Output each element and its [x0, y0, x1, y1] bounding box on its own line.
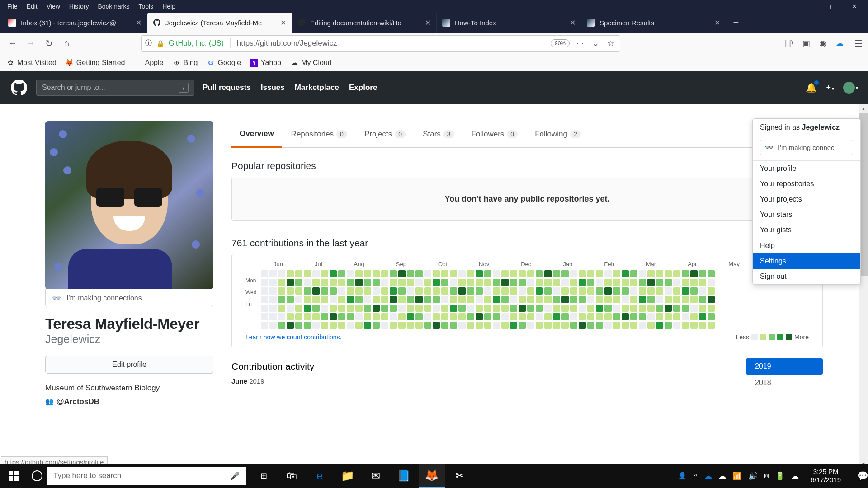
action-center-icon[interactable]: 💬 [853, 470, 865, 481]
close-icon[interactable]: ✕ [570, 19, 576, 27]
new-tab-button[interactable]: + [726, 13, 746, 33]
volume-tray-icon[interactable]: 🔊 [748, 471, 758, 481]
dropbox-tray-icon[interactable]: ⧈ [764, 471, 769, 481]
github-logo[interactable] [10, 79, 28, 97]
tab-overview[interactable]: Overview [231, 121, 282, 148]
menu-help[interactable]: Help [753, 238, 860, 253]
menu-your-profile[interactable]: Your profile [753, 161, 860, 176]
profile-org[interactable]: 👥@ArctosDB [45, 397, 213, 406]
nav-issues[interactable]: Issues [261, 83, 285, 92]
window-minimize[interactable]: — [807, 3, 816, 10]
taskbar-store[interactable]: 🛍 [278, 464, 305, 488]
nav-pull-requests[interactable]: Pull requests [203, 83, 251, 92]
menu-edit[interactable]: Edit [22, 2, 42, 11]
task-view-button[interactable]: ⊞ [250, 464, 277, 488]
tab-followers[interactable]: Followers0 [463, 121, 526, 147]
bookmark-bing[interactable]: ⊕Bing [172, 59, 198, 67]
tray-expand-icon[interactable]: ^ [694, 472, 697, 480]
year-2019-button[interactable]: 2019 [746, 358, 823, 375]
avatar-dropdown[interactable]: ▾ [843, 82, 858, 94]
taskbar-clock[interactable]: 3:25 PM6/17/2019 [806, 468, 845, 484]
tab-projects[interactable]: Projects0 [356, 121, 414, 147]
menu-view[interactable]: View [42, 2, 65, 11]
tab-3[interactable]: Editing documentation-wiki/Ho✕ [292, 13, 437, 33]
cortana-icon[interactable] [32, 470, 42, 481]
taskbar-firefox[interactable]: 🦊 [419, 464, 445, 488]
start-button[interactable] [0, 471, 27, 481]
tab-stars[interactable]: Stars3 [415, 121, 462, 147]
taskbar-search[interactable]: Type here to search🎤 [47, 467, 246, 485]
menu-settings[interactable]: Settings [753, 253, 860, 269]
taskbar-app1[interactable]: 📘 [391, 464, 417, 488]
taskbar-edge[interactable]: e [307, 464, 333, 488]
back-button[interactable]: ← [5, 36, 20, 51]
bookmark-apple[interactable]: Apple [134, 59, 163, 67]
nav-explore[interactable]: Explore [349, 83, 377, 92]
menu-sign-out[interactable]: Sign out [753, 269, 860, 284]
tab-4[interactable]: How-To Index✕ [437, 13, 581, 33]
menu-your-repositories[interactable]: Your repositories [753, 176, 860, 192]
pocket-icon[interactable]: ⌄ [590, 38, 601, 48]
bookmark-google[interactable]: GGoogle [207, 59, 241, 67]
menu-tools[interactable]: Tools [134, 2, 158, 11]
reload-button[interactable]: ↻ [42, 36, 56, 51]
menu-history[interactable]: History [65, 2, 94, 11]
taskbar-snip[interactable]: ✂ [447, 464, 473, 488]
menu-button[interactable]: ☰ [854, 38, 863, 49]
scroll-up-icon[interactable]: ▲ [859, 104, 868, 113]
account-icon[interactable]: ◉ [819, 38, 826, 48]
menu-help[interactable]: Help [158, 2, 180, 11]
bookmark-most-visited[interactable]: ✿Most Visited [6, 59, 57, 67]
tab-repositories[interactable]: Repositories0 [283, 121, 355, 147]
menu-your-gists[interactable]: Your gists [753, 222, 860, 238]
page-actions-icon[interactable]: ⋯ [574, 38, 586, 48]
close-icon[interactable]: ✕ [136, 19, 142, 27]
close-icon[interactable]: ✕ [425, 19, 431, 27]
window-close[interactable]: ✕ [850, 3, 859, 10]
weather-tray-icon[interactable]: ☁ [718, 471, 726, 481]
onedrive-icon[interactable]: ☁ [835, 38, 844, 48]
tab-5[interactable]: Specimen Results✕ [581, 13, 726, 33]
status-button[interactable]: 👓I'm making connec [760, 140, 853, 155]
battery-tray-icon[interactable]: 🔋 [775, 471, 785, 481]
address-bar[interactable]: ⓘ 🔒 GitHub, Inc. (US) https://github.com… [141, 35, 620, 52]
menu-file[interactable]: File [3, 2, 22, 11]
mic-icon[interactable]: 🎤 [230, 471, 240, 481]
bookmark-getting-started[interactable]: 🦊Getting Started [66, 59, 125, 67]
tab-1[interactable]: Inbox (61) - teresa.jegelewicz@✕ [3, 13, 147, 33]
year-2018-button[interactable]: 2018 [746, 375, 823, 391]
tab-2[interactable]: Jegelewicz (Teresa Mayfield-Me✕ [147, 13, 292, 33]
close-icon[interactable]: ✕ [280, 19, 286, 27]
notifications-icon[interactable]: 🔔 [806, 82, 817, 93]
home-button[interactable]: ⌂ [60, 36, 74, 51]
menu-your-stars[interactable]: Your stars [753, 207, 860, 222]
zoom-badge[interactable]: 90% [551, 39, 570, 47]
wifi-tray-icon[interactable]: 📶 [732, 471, 742, 481]
forward-button[interactable]: → [24, 36, 38, 51]
info-icon[interactable]: ⓘ [145, 39, 152, 47]
create-new-dropdown[interactable]: +▾ [826, 83, 834, 93]
site-identity[interactable]: GitHub, Inc. (US) [169, 39, 224, 47]
tab-following[interactable]: Following2 [527, 121, 589, 147]
taskbar-explorer[interactable]: 📁 [335, 464, 361, 488]
edit-profile-button[interactable]: Edit profile [45, 356, 213, 374]
window-maximize[interactable]: ▢ [828, 3, 837, 10]
learn-contributions-link[interactable]: Learn how we count contributions. [245, 333, 341, 341]
calendar-grid[interactable] [261, 270, 715, 329]
menu-bookmarks[interactable]: Bookmarks [93, 2, 134, 11]
bookmark-mycloud[interactable]: ☁My Cloud [290, 59, 332, 67]
menu-your-projects[interactable]: Your projects [753, 192, 860, 207]
bookmark-yahoo[interactable]: YYahoo [250, 59, 281, 67]
library-icon[interactable]: |||\ [785, 38, 793, 48]
cloud-tray-icon[interactable]: ☁ [791, 471, 799, 481]
profile-avatar[interactable] [45, 121, 213, 289]
close-icon[interactable]: ✕ [714, 19, 720, 27]
onedrive-tray-icon[interactable]: ☁ [704, 471, 712, 481]
github-search[interactable]: Search or jump to.../ [36, 80, 194, 96]
sidebar-icon[interactable]: ▣ [802, 38, 810, 48]
people-icon[interactable]: 👤 [678, 472, 687, 480]
taskbar-mail[interactable]: ✉ [363, 464, 389, 488]
nav-marketplace[interactable]: Marketplace [295, 83, 339, 92]
profile-status[interactable]: 👓I'm making connections [45, 289, 213, 307]
bookmark-star-icon[interactable]: ☆ [605, 38, 616, 48]
